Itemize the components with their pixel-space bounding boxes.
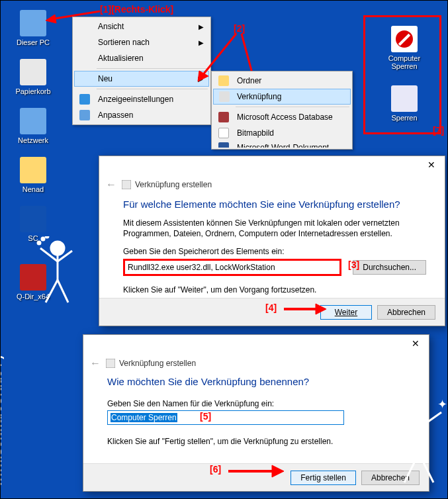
network-icon	[20, 108, 46, 134]
shortcut-wizard-icon	[122, 180, 131, 189]
submenu-item-word[interactable]: Microsoft Word-Dokument	[213, 141, 351, 148]
access-icon	[218, 112, 229, 122]
svg-point-18	[38, 242, 40, 244]
desktop-icon-network[interactable]: Netzwerk	[10, 108, 56, 144]
desktop-icon-lock2[interactable]: Sperren	[378, 85, 431, 122]
back-button[interactable]: ←	[106, 179, 116, 191]
dialog-hint: Klicken Sie auf "Fertig stellen", um die…	[107, 437, 410, 446]
annotation-1: [1][Rechts-Klick]	[100, 4, 173, 15]
menu-label: Anpassen	[98, 111, 133, 120]
menu-label: Bitmapbild	[237, 128, 274, 138]
trash-icon	[20, 59, 46, 85]
decor-stick-figure-right: ✦ ✦	[390, 398, 448, 492]
input-label: Geben Sie den Namen für die Verknüpfung …	[107, 399, 410, 408]
dialog-hint: Klicken Sie auf "Weiter", um den Vorgang…	[123, 285, 426, 295]
folder-icon	[20, 157, 46, 183]
svg-line-26	[419, 453, 433, 482]
desktop-icon-label: Sperren	[378, 114, 431, 122]
menu-label: Neu	[98, 74, 112, 83]
svg-text:✦: ✦	[396, 398, 406, 410]
context-submenu-new: Ordner Verknüpfung Microsoft Access Data…	[211, 71, 353, 150]
close-button[interactable]: ✕	[418, 156, 445, 173]
watermark-text: www.SoftwareOK.de :-)	[0, 355, 5, 486]
desktop-icon-label: Netzwerk	[10, 136, 56, 144]
bitmap-icon	[218, 128, 229, 138]
menu-label: Sortieren nach	[98, 38, 150, 47]
word-icon	[218, 142, 229, 148]
desktop-icon-lock1[interactable]: Computer Sperren	[378, 26, 431, 70]
annotation-6: [6]	[210, 464, 221, 475]
decor-stick-figure-left	[32, 236, 79, 311]
shortcut-wizard-icon	[106, 359, 115, 368]
svg-point-20	[46, 236, 48, 238]
folder-icon	[218, 75, 229, 86]
svg-point-12	[51, 242, 64, 255]
svg-point-19	[42, 238, 44, 240]
dialog-heading: Wie möchten Sie die Verknüpfung benennen…	[107, 376, 410, 387]
separator	[236, 107, 349, 107]
submenu-item-folder[interactable]: Ordner	[213, 73, 351, 89]
menu-label: Microsoft Word-Dokument	[237, 143, 329, 148]
arrow-4	[283, 302, 329, 316]
annotation-7: [7]	[433, 125, 444, 136]
svg-rect-9	[106, 359, 115, 368]
svg-line-17	[58, 280, 68, 302]
separator	[97, 68, 208, 69]
menu-item-refresh[interactable]: Aktualisieren	[74, 50, 209, 66]
desktop-icon-trash[interactable]: Papierkorb	[10, 59, 56, 95]
browse-button[interactable]: Durchsuchen...	[353, 260, 426, 275]
desktop-icon-nenad[interactable]: Nenad	[10, 157, 56, 193]
pc-icon	[20, 10, 46, 36]
finish-button[interactable]: Fertig stellen	[291, 471, 356, 485]
svg-line-25	[404, 453, 419, 482]
menu-label: Microsoft Access Database	[237, 113, 333, 122]
dialog-description: Mit diesem Assistenten können Sie Verknü…	[123, 218, 426, 239]
svg-line-2	[202, 34, 236, 76]
svg-marker-3	[198, 71, 208, 81]
display-icon	[79, 94, 90, 105]
svg-line-16	[46, 280, 58, 302]
shortcut-icon	[391, 85, 418, 112]
arrow-6	[227, 464, 287, 478]
back-button[interactable]: ←	[90, 357, 101, 369]
menu-item-personalize[interactable]: Anpassen	[74, 107, 209, 123]
menu-label: Anzeigeeinstellungen	[98, 95, 173, 104]
svg-marker-1	[46, 15, 56, 23]
menu-item-new[interactable]: Neu ▶	[74, 71, 209, 87]
submenu-item-access[interactable]: Microsoft Access Database	[213, 109, 351, 125]
separator	[97, 89, 208, 89]
menu-label: Ordner	[237, 76, 261, 85]
submenu-item-shortcut[interactable]: Verknüpfung	[213, 89, 351, 105]
desktop-icon-label: Computer Sperren	[378, 54, 431, 70]
menu-label: Verknüpfung	[237, 92, 281, 101]
input-label: Geben Sie den Speicherort des Elements e…	[123, 247, 426, 256]
chevron-right-icon: ▶	[199, 23, 204, 30]
desktop-icon-label: Nenad	[10, 185, 56, 193]
svg-rect-6	[122, 180, 131, 189]
annotation-4: [4]	[265, 302, 277, 313]
name-input[interactable]: Computer Sperren	[107, 410, 344, 425]
cancel-button[interactable]: Abbrechen	[377, 305, 435, 320]
context-menu: Ansicht ▶ Sortieren nach ▶ Aktualisieren…	[72, 17, 211, 125]
dialog-create-shortcut-1: ✕ ← Verknüpfung erstellen Für welche Ele…	[99, 156, 445, 326]
personalize-icon	[79, 110, 90, 120]
menu-item-display-settings[interactable]: Anzeigeeinstellungen	[74, 91, 209, 107]
annotation-5: [5]	[200, 411, 211, 422]
dialog-title: Verknüpfung erstellen	[119, 359, 196, 368]
annotation-3: [3]	[348, 259, 359, 270]
shield-icon	[20, 206, 46, 232]
close-button[interactable]: ✕	[402, 335, 429, 352]
menu-label: Aktualisieren	[98, 54, 144, 63]
dialog-heading: Für welche Elemente möchten Sie eine Ver…	[123, 199, 426, 210]
menu-item-view[interactable]: Ansicht ▶	[74, 19, 209, 34]
desktop-icon-label: Dieser PC	[10, 38, 56, 46]
name-input-value: Computer Sperren	[111, 413, 177, 422]
menu-item-sort[interactable]: Sortieren nach ▶	[74, 34, 209, 50]
dialog-title: Verknüpfung erstellen	[135, 180, 212, 189]
lock-icon	[391, 26, 418, 52]
location-input[interactable]	[123, 259, 341, 276]
submenu-item-bitmap[interactable]: Bitmapbild	[213, 125, 351, 141]
desktop-icon-label: Papierkorb	[10, 87, 56, 95]
svg-text:✦: ✦	[437, 398, 447, 411]
svg-marker-11	[272, 465, 284, 477]
